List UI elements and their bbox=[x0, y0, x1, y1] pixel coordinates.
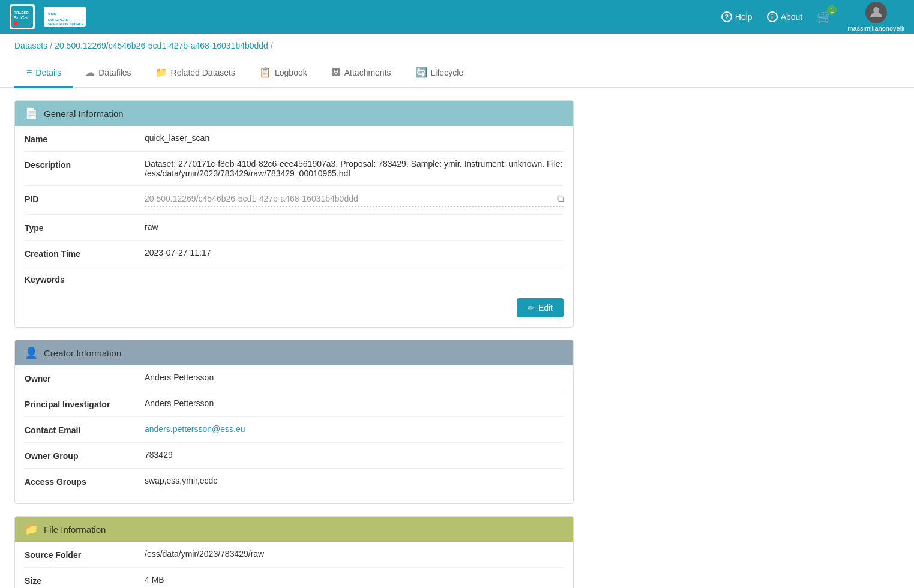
ess-logo: ess EUROPEAN SPALLATION SOURCE bbox=[41, 5, 89, 29]
tab-logbook[interactable]: 📋 Logbook bbox=[247, 58, 319, 88]
creator-info-card: 👤 Creator Information Owner Anders Pette… bbox=[14, 340, 574, 504]
contact-email-link[interactable]: anders.pettersson@ess.eu bbox=[145, 424, 245, 434]
pid-field-row: PID 20.500.12269/c4546b26-5cd1-427b-a468… bbox=[25, 186, 564, 215]
access-groups-value: swap,ess,ymir,ecdc bbox=[145, 476, 564, 485]
description-field-row: Description Dataset: 2770171c-f8eb-410d-… bbox=[25, 152, 564, 186]
about-label: About bbox=[781, 12, 803, 22]
related-tab-icon: 📁 bbox=[155, 67, 167, 78]
tab-datafiles[interactable]: ☁ Datafiles bbox=[73, 58, 143, 88]
help-icon: ? bbox=[721, 11, 732, 22]
keywords-label: Keywords bbox=[25, 274, 145, 284]
owner-group-label: Owner Group bbox=[25, 450, 145, 461]
description-value: Dataset: 2770171c-f8eb-410d-82c6-eee4561… bbox=[145, 159, 564, 178]
tab-datafiles-label: Datafiles bbox=[98, 68, 131, 77]
owner-label: Owner bbox=[25, 373, 145, 383]
help-nav-item[interactable]: ? Help bbox=[721, 11, 753, 22]
contact-email-field-row: Contact Email anders.pettersson@ess.eu bbox=[25, 417, 564, 443]
type-field-row: Type raw bbox=[25, 215, 564, 241]
tab-related-label: Related Datasets bbox=[171, 68, 235, 77]
copy-pid-icon[interactable]: ⧉ bbox=[557, 193, 564, 204]
breadcrumb-current-link[interactable]: 20.500.12269/c4546b26-5cd1-427b-a468-160… bbox=[55, 41, 268, 50]
owner-field-row: Owner Anders Pettersson bbox=[25, 365, 564, 391]
header-left: fin15sci SciCat ess EUROPEAN SPALLATION … bbox=[10, 4, 89, 29]
general-info-title: General Information bbox=[44, 109, 124, 119]
breadcrumb-sep1: / bbox=[50, 41, 52, 50]
file-info-header: 📁 File Information bbox=[15, 517, 573, 542]
tabs: ≡ Details ☁ Datafiles 📁 Related Datasets… bbox=[0, 58, 914, 88]
source-folder-field-row: Source Folder /ess/data/ymir/2023/783429… bbox=[25, 542, 564, 568]
edit-label: Edit bbox=[538, 303, 553, 313]
general-info-card: 📄 General Information Name quick_laser_s… bbox=[14, 100, 574, 328]
user-avatar bbox=[865, 2, 887, 23]
pi-value: Anders Pettersson bbox=[145, 398, 564, 408]
creator-info-body: Owner Anders Pettersson Principal Invest… bbox=[15, 365, 573, 503]
tab-attachments-label: Attachments bbox=[344, 68, 391, 77]
source-folder-label: Source Folder bbox=[25, 549, 145, 560]
tab-details-label: Details bbox=[35, 68, 61, 77]
tab-attachments[interactable]: 🖼 Attachments bbox=[319, 58, 403, 88]
main-content: Datasets / 20.500.12269/c4546b26-5cd1-42… bbox=[0, 34, 914, 588]
tab-content: 📄 General Information Name quick_laser_s… bbox=[0, 88, 588, 588]
pid-label: PID bbox=[25, 193, 145, 204]
creation-time-label: Creation Time bbox=[25, 248, 145, 259]
contact-email-value: anders.pettersson@ess.eu bbox=[145, 424, 564, 434]
contact-email-label: Contact Email bbox=[25, 424, 145, 435]
edit-button[interactable]: ✏ Edit bbox=[517, 298, 564, 317]
details-tab-icon: ≡ bbox=[26, 67, 32, 78]
general-info-header: 📄 General Information bbox=[15, 101, 573, 126]
source-folder-value: /ess/data/ymir/2023/783429/raw bbox=[145, 549, 564, 559]
creation-time-field-row: Creation Time 2023-07-27 11:17 bbox=[25, 241, 564, 266]
owner-group-value: 783429 bbox=[145, 450, 564, 460]
svg-text:SPALLATION SOURCE: SPALLATION SOURCE bbox=[48, 22, 84, 26]
file-info-title: File Information bbox=[44, 524, 106, 535]
name-value: quick_laser_scan bbox=[145, 133, 564, 143]
name-label: Name bbox=[25, 133, 145, 144]
about-icon: i bbox=[767, 11, 778, 22]
creation-time-value: 2023-07-27 11:17 bbox=[145, 248, 564, 257]
edit-icon: ✏ bbox=[528, 303, 535, 313]
tab-logbook-label: Logbook bbox=[275, 68, 307, 77]
tab-lifecycle[interactable]: 🔄 Lifecycle bbox=[403, 58, 475, 88]
header-right: ? Help i About 🛒 1 massimilianonovelli bbox=[721, 2, 904, 32]
svg-text:SciCat: SciCat bbox=[14, 15, 29, 20]
attachments-tab-icon: 🖼 bbox=[331, 67, 341, 78]
pi-field-row: Principal Investigator Anders Pettersson bbox=[25, 391, 564, 417]
pid-text: 20.500.12269/c4546b26-5cd1-427b-a468-160… bbox=[145, 194, 358, 203]
svg-text:ess: ess bbox=[48, 11, 56, 16]
creator-info-header-icon: 👤 bbox=[25, 346, 38, 359]
access-groups-field-row: Access Groups swap,ess,ymir,ecdc bbox=[25, 469, 564, 494]
access-groups-label: Access Groups bbox=[25, 476, 145, 487]
datafiles-tab-icon: ☁ bbox=[85, 67, 95, 78]
size-label: Size bbox=[25, 575, 145, 586]
description-label: Description bbox=[25, 159, 145, 170]
keywords-field-row: Keywords bbox=[25, 266, 564, 292]
header: fin15sci SciCat ess EUROPEAN SPALLATION … bbox=[0, 0, 914, 34]
lifecycle-tab-icon: 🔄 bbox=[415, 67, 427, 78]
creator-info-title: Creator Information bbox=[44, 348, 121, 358]
owner-value: Anders Pettersson bbox=[145, 373, 564, 382]
user-area[interactable]: massimilianonovelli bbox=[847, 2, 904, 32]
logbook-tab-icon: 📋 bbox=[259, 67, 271, 78]
tab-related-datasets[interactable]: 📁 Related Datasets bbox=[143, 58, 247, 88]
size-field-row: Size 4 MB bbox=[25, 568, 564, 588]
breadcrumb-datasets-link[interactable]: Datasets bbox=[14, 41, 47, 50]
general-info-header-icon: 📄 bbox=[25, 107, 38, 120]
file-info-card: 📁 File Information Source Folder /ess/da… bbox=[14, 516, 574, 588]
breadcrumb: Datasets / 20.500.12269/c4546b26-5cd1-42… bbox=[0, 34, 914, 58]
svg-point-3 bbox=[14, 21, 18, 25]
tab-lifecycle-label: Lifecycle bbox=[431, 68, 463, 77]
tab-details[interactable]: ≡ Details bbox=[14, 58, 73, 88]
pid-value: 20.500.12269/c4546b26-5cd1-427b-a468-160… bbox=[145, 193, 564, 207]
pi-label: Principal Investigator bbox=[25, 398, 145, 409]
help-label: Help bbox=[735, 12, 753, 22]
svg-text:EUROPEAN: EUROPEAN bbox=[48, 18, 68, 22]
edit-btn-area: ✏ Edit bbox=[25, 292, 564, 317]
cart-badge: 1 bbox=[827, 5, 837, 15]
type-value: raw bbox=[145, 222, 564, 232]
breadcrumb-sep2: / bbox=[271, 41, 273, 50]
general-info-body: Name quick_laser_scan Description Datase… bbox=[15, 126, 573, 327]
size-value: 4 MB bbox=[145, 575, 564, 584]
about-nav-item[interactable]: i About bbox=[767, 11, 803, 22]
username: massimilianonovelli bbox=[847, 25, 904, 32]
cart-button[interactable]: 🛒 1 bbox=[817, 9, 833, 25]
